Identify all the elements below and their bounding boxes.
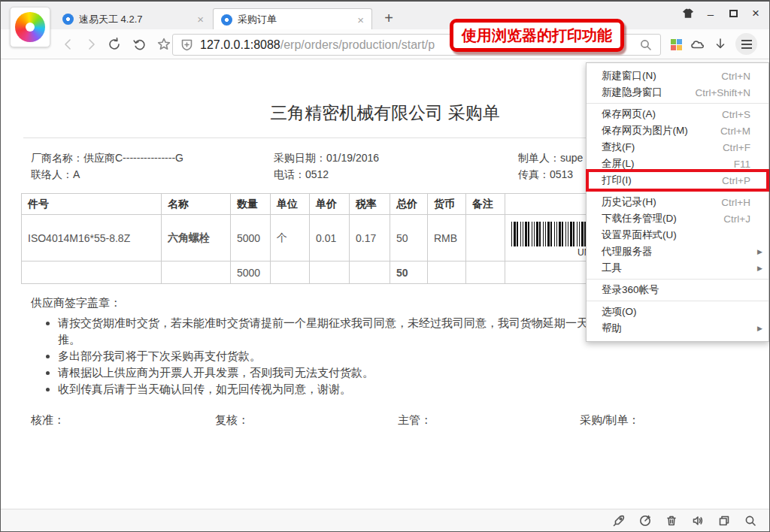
undo-icon[interactable] xyxy=(130,29,150,59)
mute-speaker-icon[interactable] xyxy=(691,514,705,527)
phone: 电话：0512 xyxy=(274,166,379,183)
cell-remark xyxy=(466,215,505,261)
tab-erp-home[interactable]: 速易天工 4.2.7 × xyxy=(55,8,211,30)
footer-review-label: 复核： xyxy=(215,413,249,428)
tab-favicon xyxy=(221,14,232,26)
minimize-button[interactable]: – xyxy=(705,8,717,20)
menu-item-proxy-server[interactable]: 代理服务器▶ xyxy=(587,243,768,260)
order-info: 采购日期：01/19/2016 电话：0512 xyxy=(274,150,379,183)
contact-person: 联络人：A xyxy=(31,166,183,183)
submenu-arrow-icon: ▶ xyxy=(757,325,762,332)
search-icon[interactable] xyxy=(639,38,653,52)
menu-item-tools[interactable]: 工具▶ xyxy=(587,260,768,277)
maker-info: 制单人：supe 传真：0513 xyxy=(518,150,583,183)
col-tax: 税率 xyxy=(350,194,390,215)
download-icon[interactable] xyxy=(711,29,730,59)
supplier-sign-title: 供应商签字盖章： xyxy=(31,296,121,310)
footer-supervisor-label: 主管： xyxy=(398,413,432,428)
footer-approve-label: 核准： xyxy=(31,413,65,428)
col-name: 名称 xyxy=(162,194,231,215)
close-button[interactable]: × xyxy=(750,8,762,20)
cell-part-no: ISO4014M16*55-8.8Z xyxy=(22,215,162,261)
print-annotation-callout: 使用浏览器的打印功能 xyxy=(450,19,624,52)
browser-main-menu: 新建窗口(N)Ctrl+N 新建隐身窗口Ctrl+Shift+N 保存网页(A)… xyxy=(586,62,769,342)
menu-item-help[interactable]: 帮助▶ xyxy=(587,320,768,337)
cell-price: 0.01 xyxy=(310,215,350,261)
maximize-button[interactable] xyxy=(727,8,739,20)
browser-window: 速易天工 4.2.7 × 采购订单 × + – × xyxy=(0,0,770,532)
forward-icon[interactable] xyxy=(82,29,100,59)
menu-item-options[interactable]: 选项(O) xyxy=(587,304,768,320)
favorite-star-icon[interactable] xyxy=(154,29,174,59)
menu-item-save-page-as-image[interactable]: 保存网页为图片(M)Ctrl+M xyxy=(587,122,768,139)
browser-logo[interactable] xyxy=(10,7,50,47)
col-remark: 备注 xyxy=(466,194,505,215)
cell-unit: 个 xyxy=(271,215,310,261)
menu-item-new-window[interactable]: 新建窗口(N)Ctrl+N xyxy=(587,68,768,84)
cell-tax: 0.17 xyxy=(350,215,390,261)
menu-item-login-360[interactable]: 登录360帐号 xyxy=(587,282,768,298)
menu-separator xyxy=(587,191,768,192)
status-bar xyxy=(1,509,769,531)
trash-icon[interactable] xyxy=(665,514,678,527)
note-item: 多出部分我司将于下次采购再支付货款。 xyxy=(58,348,633,364)
speed-dial-icon[interactable] xyxy=(638,514,652,527)
tab-strip: 速易天工 4.2.7 × 采购订单 × + – × xyxy=(1,1,769,29)
menu-separator xyxy=(587,279,768,280)
menu-item-find[interactable]: 查找(F)Ctrl+F xyxy=(587,139,768,156)
col-price: 单价 xyxy=(310,194,350,215)
menu-item-fullscreen[interactable]: 全屏(L)F11 xyxy=(587,156,768,172)
col-unit: 单位 xyxy=(271,194,310,215)
note-item: 请根据以上供应商为开票人开具发票，否则我司无法支付货款。 xyxy=(58,364,633,381)
total-price: 50 xyxy=(390,261,428,284)
callout-text: 使用浏览器的打印功能 xyxy=(462,26,612,46)
back-icon[interactable] xyxy=(59,29,77,59)
zoom-icon[interactable] xyxy=(744,514,757,527)
menu-item-download-manager[interactable]: 下载任务管理(D)Ctrl+J xyxy=(587,210,768,227)
submenu-arrow-icon: ▶ xyxy=(757,264,762,272)
cloud-sync-icon[interactable] xyxy=(688,29,708,59)
vendor-name: 厂商名称：供应商C---------------G xyxy=(31,150,183,166)
cell-currency: RMB xyxy=(428,215,466,261)
vendor-info: 厂商名称：供应商C---------------G 联络人：A xyxy=(31,150,183,183)
col-currency: 货币 xyxy=(428,194,466,215)
tab-purchase-order[interactable]: 采购订单 × xyxy=(213,8,372,30)
restore-windows-icon[interactable] xyxy=(717,514,731,527)
navigation-bar: 127.0.0.1:8088 /erp/orders/production/st… xyxy=(1,29,769,59)
footer-purchase-label: 采购/制单： xyxy=(580,413,639,428)
tab-close-icon[interactable]: × xyxy=(357,14,364,26)
tab-close-icon[interactable]: × xyxy=(197,13,204,26)
theme-skin-icon[interactable] xyxy=(682,8,694,20)
app-grid-icon[interactable] xyxy=(671,39,682,50)
col-part-no: 件号 xyxy=(22,194,162,215)
note-item: 请按交货期准时交货，若未能准时交货请提前一个星期征求我司同意，未经过我司同意，我… xyxy=(58,315,633,348)
order-maker: 制单人：supe xyxy=(518,150,583,166)
boost-rocket-icon[interactable] xyxy=(612,514,626,527)
purchase-date: 采购日期：01/19/2016 xyxy=(274,150,379,166)
menu-separator xyxy=(587,301,768,301)
refresh-icon[interactable] xyxy=(105,29,124,59)
tab-favicon xyxy=(62,14,74,25)
cell-qty: 5000 xyxy=(231,215,271,261)
note-item: 收到传真后请于当天确认回传，如无回传视为同意，谢谢。 xyxy=(58,381,633,397)
col-qty: 数量 xyxy=(231,194,271,215)
new-tab-button[interactable]: + xyxy=(380,10,398,27)
url-host: 127.0.0.1:8088 xyxy=(200,38,280,52)
menu-item-new-incognito-window[interactable]: 新建隐身窗口Ctrl+Shift+N xyxy=(587,84,768,101)
total-qty: 5000 xyxy=(231,261,271,284)
site-shield-icon xyxy=(180,38,193,52)
fax: 传真：0513 xyxy=(518,166,583,183)
col-total: 总价 xyxy=(390,194,428,215)
menu-item-history[interactable]: 历史记录(H)Ctrl+H xyxy=(587,194,768,210)
submenu-arrow-icon: ▶ xyxy=(757,248,762,255)
menu-item-save-page[interactable]: 保存网页(A)Ctrl+S xyxy=(587,106,768,122)
order-notes: 请按交货期准时交货，若未能准时交货请提前一个星期征求我司同意，未经过我司同意，我… xyxy=(46,315,633,397)
tab-title: 速易天工 4.2.7 xyxy=(79,13,191,26)
tab-title: 采购订单 xyxy=(238,13,351,26)
menu-separator xyxy=(587,103,768,104)
cell-total: 50 xyxy=(390,215,428,261)
pinwheel-logo-icon xyxy=(15,12,45,42)
menu-item-ui-style[interactable]: 设置界面样式(U) xyxy=(587,227,768,243)
menu-item-print[interactable]: 打印(I)Ctrl+P xyxy=(587,172,768,189)
main-menu-button[interactable] xyxy=(735,33,757,55)
